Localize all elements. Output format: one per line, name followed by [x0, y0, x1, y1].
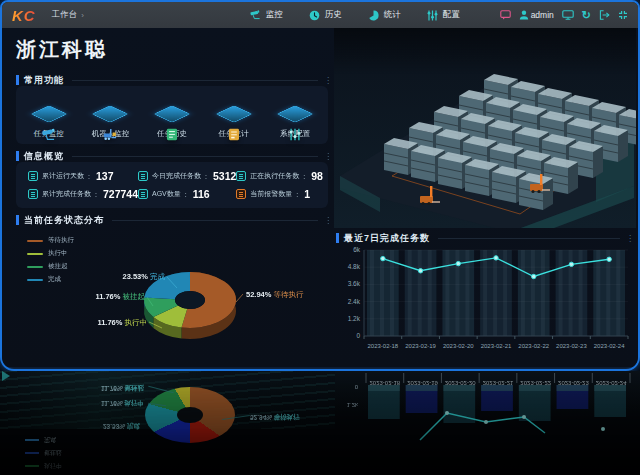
nav-item-settings[interactable]: 配置: [427, 9, 460, 21]
svg-text:2023-02-22: 2023-02-22: [518, 343, 549, 349]
stat-label: 累计完成任务数: [42, 189, 91, 199]
fullscreen-button[interactable]: [618, 10, 628, 20]
task-distribution-chart: 等待执行 执行中 被挂起 完成 52.94% 等待执行11.7: [10, 226, 332, 367]
breadcrumb[interactable]: 工作台 ›: [52, 9, 84, 21]
alarm-icon: [236, 189, 246, 199]
stat-icon: [28, 189, 38, 199]
platform-shape: [30, 105, 67, 122]
nav-item-label: 监控: [266, 9, 283, 21]
svg-text:2023-02-20: 2023-02-20: [443, 343, 474, 349]
section-divider: [438, 238, 620, 239]
dashboard-window: KC 工作台 › 监控 历史 统计 配置: [0, 0, 640, 371]
function-task-history[interactable]: 任务历史: [143, 128, 201, 139]
platform-shape: [154, 105, 191, 122]
message-button[interactable]: [500, 10, 511, 20]
stat-value: 137: [96, 170, 114, 182]
stat-current-alarms: 当前报警数量: 1: [236, 188, 323, 200]
section-menu-icon[interactable]: ⋮: [626, 234, 634, 243]
stat-agv-count: AGV数量: 116: [138, 188, 236, 200]
stat-running-tasks: 正在执行任务数: 98: [236, 170, 323, 182]
svg-text:2023-02-19: 2023-02-19: [405, 343, 436, 349]
svg-text:2.4k: 2.4k: [348, 298, 361, 305]
logout-icon: [599, 10, 610, 20]
right-column: 最近7日完成任务数 ⋮ 01.2k2.4k3.6k4.8k6k2023-02-1…: [334, 28, 636, 367]
nav-item-statistics[interactable]: 统计: [368, 9, 401, 21]
reflection-shade: [0, 371, 640, 475]
section-divider: [72, 156, 318, 157]
app-logo: KC: [12, 7, 36, 24]
section-header-overview: 信息概览 ⋮: [16, 150, 332, 162]
section-menu-icon[interactable]: ⋮: [324, 152, 332, 161]
section-accent-bar: [16, 75, 19, 85]
dashboard-content: 浙江科聪 常用功能 ⋮ 任务监控 机器人: [2, 28, 638, 367]
section-divider: [112, 220, 318, 221]
function-task-monitor[interactable]: 任务监控: [20, 128, 78, 139]
stat-label: 今日完成任务数: [152, 171, 201, 181]
left-column: 常用功能 ⋮ 任务监控 机器人监控: [10, 28, 332, 367]
sliders-icon: [427, 10, 438, 21]
stat-label: 正在执行任务数: [250, 171, 299, 181]
logout-button[interactable]: [599, 10, 610, 20]
weekly-line-chart-svg[interactable]: 01.2k2.4k3.6k4.8k6k2023-02-182023-02-192…: [334, 244, 636, 367]
platform-shape: [277, 105, 314, 122]
section-accent-bar: [16, 215, 19, 225]
stat-label: AGV数量: [152, 189, 181, 199]
desktop-reflection: 11.76% 被挂起 11.76% 执行中 23.53% 完成 52.94% 等…: [0, 371, 640, 475]
cctv-icon: [250, 10, 261, 20]
pie-icon: [368, 10, 379, 21]
svg-text:4.8k: 4.8k: [348, 263, 361, 270]
user-menu[interactable]: admin: [519, 10, 554, 20]
stat-icon: [138, 171, 148, 181]
pie-chart-svg[interactable]: 52.94% 等待执行11.76% 执行中11.76% 被挂起23.53% 完成: [10, 226, 332, 367]
title-bar: KC 工作台 › 监控 历史 统计 配置: [2, 2, 638, 28]
section-header-functions: 常用功能 ⋮: [16, 74, 332, 86]
svg-text:2023-02-21: 2023-02-21: [481, 343, 512, 349]
display-button[interactable]: [562, 10, 574, 20]
forklift-icon: [103, 128, 118, 141]
chat-bubble-icon: [500, 10, 511, 20]
section-divider: [72, 80, 318, 81]
section-header-distribution: 当前任务状态分布 ⋮: [16, 214, 332, 226]
nav-item-label: 历史: [325, 9, 342, 21]
stat-icon: [236, 171, 246, 181]
monitor-icon: [562, 10, 574, 20]
svg-text:2023-02-24: 2023-02-24: [594, 343, 625, 349]
stat-value: 5312: [213, 170, 236, 182]
section-accent-bar: [16, 151, 19, 161]
section-menu-icon[interactable]: ⋮: [324, 76, 332, 85]
section-menu-icon[interactable]: ⋮: [324, 216, 332, 225]
breadcrumb-arrow-icon: ›: [81, 11, 84, 20]
svg-text:3.6k: 3.6k: [348, 280, 361, 287]
top-nav: 监控 历史 统计 配置: [250, 9, 460, 21]
section-title: 当前任务状态分布: [24, 214, 104, 227]
nav-item-label: 统计: [384, 9, 401, 21]
section-title: 信息概览: [24, 150, 64, 163]
stat-icon: [28, 171, 38, 181]
nav-item-monitor[interactable]: 监控: [250, 9, 283, 21]
svg-text:11.76% 执行中: 11.76% 执行中: [97, 318, 147, 327]
nav-item-history[interactable]: 历史: [309, 9, 342, 21]
function-system-config[interactable]: 系统配置: [266, 128, 324, 139]
section-accent-bar: [336, 233, 339, 243]
warehouse-3d-scene: [334, 28, 636, 228]
camera-icon: [41, 128, 56, 141]
platform-shape: [92, 105, 129, 122]
overview-panel: 累计运行天数: 137 累计完成任务数: 727744 今日完成任务数: 531…: [16, 162, 328, 208]
history-list-icon: [165, 128, 178, 141]
stat-total-tasks: 累计完成任务数: 727744: [28, 188, 138, 200]
function-task-statistics[interactable]: 任务统计: [205, 128, 263, 139]
functions-panel: 任务监控 机器人监控 任务历史: [16, 86, 328, 144]
report-icon: [228, 128, 240, 141]
stat-label: 累计运行天数: [42, 171, 84, 181]
config-sliders-icon: [289, 128, 302, 141]
section-title: 最近7日完成任务数: [344, 232, 430, 245]
refresh-button[interactable]: ↻: [582, 10, 591, 21]
svg-text:1.2k: 1.2k: [348, 315, 361, 322]
stat-value: 116: [193, 188, 210, 200]
clock-icon: [309, 10, 320, 21]
person-icon: [519, 10, 529, 20]
function-robot-monitor[interactable]: 机器人监控: [81, 128, 139, 139]
svg-text:6k: 6k: [353, 246, 361, 253]
nav-item-label: 配置: [443, 9, 460, 21]
fullscreen-icon: [618, 10, 628, 20]
